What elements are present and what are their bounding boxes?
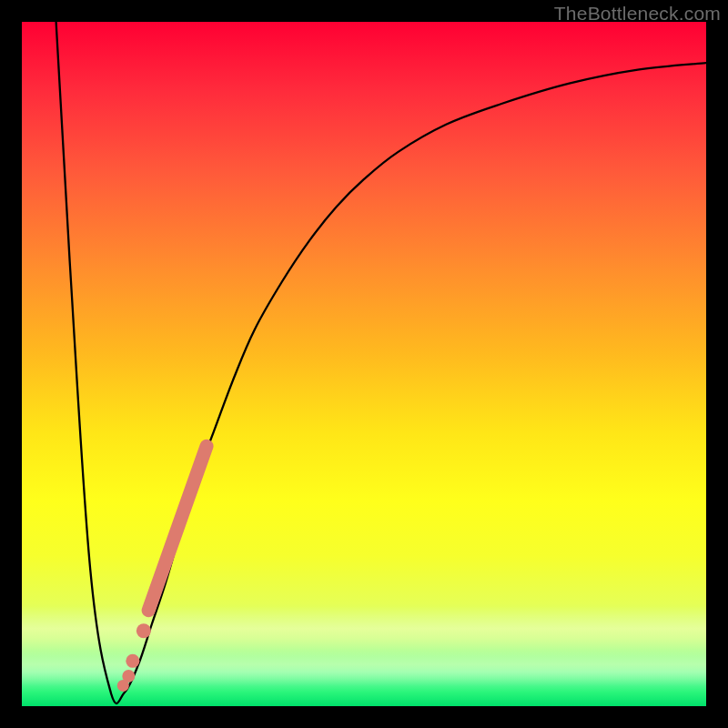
highlight-dot — [117, 680, 129, 692]
highlight-dot — [136, 623, 151, 638]
plot-area — [22, 22, 706, 706]
highlight-dot — [126, 654, 139, 668]
chart-frame: TheBottleneck.com — [0, 0, 728, 728]
highlight-segment — [148, 446, 207, 610]
curve-layer — [22, 22, 706, 706]
highlight-dots — [117, 623, 151, 692]
